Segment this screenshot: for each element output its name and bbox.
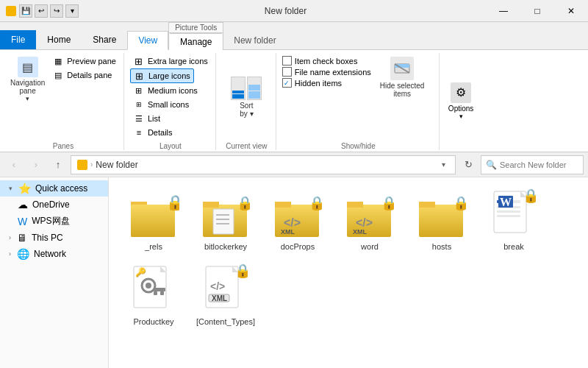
tab-share[interactable]: Share: [82, 30, 127, 49]
show-hide-content: Item check boxes File name extensions ✓ …: [282, 53, 434, 141]
address-chevron: ›: [90, 160, 93, 169]
more-btn[interactable]: ▾: [65, 4, 79, 18]
save-btn[interactable]: 💾: [19, 4, 32, 18]
hidden-items-row[interactable]: ✓ Hidden items: [282, 78, 371, 88]
file-item-bitlockerkey[interactable]: 🔒 bitlockerkey: [193, 185, 259, 254]
svg-text:</>: </>: [356, 216, 373, 229]
file-item-docprops[interactable]: </> XML 🔒 docProps: [265, 185, 331, 254]
preview-pane-button[interactable]: ▦ Preview pane: [49, 54, 119, 68]
sidebar-item-onedrive[interactable]: ☁ OneDrive: [0, 197, 108, 213]
svg-rect-15: [275, 202, 291, 208]
sidebar: ▾ ⭐ Quick access ☁ OneDrive W WPS网盘 › 🖥 …: [0, 177, 109, 368]
svg-text:XML: XML: [353, 228, 368, 236]
path-folder-icon: [77, 160, 87, 170]
address-dropdown-icon[interactable]: ▾: [437, 159, 449, 171]
file-item-rels[interactable]: 🔒 _rels: [121, 185, 187, 254]
tab-file[interactable]: File: [0, 30, 36, 49]
small-icons-icon: ⊞: [133, 99, 145, 110]
minimize-button[interactable]: —: [487, 0, 520, 21]
details-icon: ≡: [133, 127, 145, 138]
sidebar-item-network[interactable]: › 🌐 Network: [0, 246, 108, 262]
redo-btn[interactable]: ↪: [50, 4, 63, 18]
item-check-boxes-checkbox[interactable]: [282, 56, 292, 66]
file-item-break[interactable]: W 🔒 break: [481, 185, 547, 254]
svg-text:🔒: 🔒: [237, 195, 251, 211]
svg-text:🔒: 🔒: [309, 195, 323, 211]
hidden-items-label: Hidden items: [295, 79, 342, 88]
search-box[interactable]: 🔍: [481, 155, 584, 174]
item-check-boxes-row[interactable]: Item check boxes: [282, 56, 371, 66]
productkey-icon: 🔑: [127, 263, 180, 316]
medium-icons-label: Medium icons: [148, 86, 198, 95]
tab-manage[interactable]: Manage: [170, 33, 222, 50]
address-box[interactable]: › New folder ▾: [71, 155, 456, 174]
sidebar-item-this-pc[interactable]: › 🖥 This PC: [0, 230, 108, 246]
quick-access-label: Quick access: [35, 183, 87, 194]
word-icon: </> XML 🔒: [343, 188, 396, 241]
file-item-productkey[interactable]: 🔑 Productkey: [121, 260, 187, 329]
undo-btn[interactable]: ↩: [35, 4, 48, 18]
svg-text:🔒: 🔒: [523, 188, 539, 204]
file-name-extensions-row[interactable]: File name extensions: [282, 67, 371, 77]
file-item-content-types[interactable]: </> XML 🔒 [Content_Types]: [193, 260, 259, 329]
sort-by-button[interactable]: Sort by ▾: [228, 74, 265, 120]
layout-medium-icons[interactable]: ⊞ Medium icons: [130, 84, 201, 97]
network-label: Network: [34, 249, 66, 259]
sidebar-item-quick-access[interactable]: ▾ ⭐ Quick access: [0, 180, 108, 197]
refresh-button[interactable]: ↻: [459, 155, 478, 174]
close-button[interactable]: ✕: [554, 0, 588, 21]
layout-extra-large[interactable]: ⊞ Extra large icons: [130, 54, 211, 68]
ribbon-group-show-hide: Item check boxes File name extensions ✓ …: [278, 53, 440, 150]
manage-tab-group: Picture Tools Manage: [168, 22, 223, 50]
hide-selected-button[interactable]: Hide selected items: [377, 54, 428, 100]
file-item-hosts[interactable]: 🔒 hosts: [409, 185, 475, 254]
maximize-button[interactable]: □: [520, 0, 554, 21]
docprops-name: docProps: [281, 242, 315, 251]
options-content: ⚙ Options ▾: [445, 53, 476, 149]
search-input[interactable]: [500, 160, 578, 169]
details-pane-button[interactable]: ▤ Details pane: [49, 68, 119, 82]
layout-large-icons[interactable]: ⊞ Large icons: [130, 68, 194, 83]
search-icon: 🔍: [486, 160, 497, 170]
tab-home[interactable]: Home: [36, 30, 82, 49]
sidebar-item-wps[interactable]: W WPS网盘: [0, 213, 108, 230]
options-dropdown-icon: ▾: [459, 113, 463, 120]
break-name: break: [503, 242, 524, 251]
this-pc-label: This PC: [32, 233, 63, 243]
sort-icon-left: [231, 77, 245, 100]
show-hide-checkboxes: Item check boxes File name extensions ✓ …: [282, 54, 371, 89]
list-icon: ☰: [133, 113, 145, 124]
ribbon-group-panes: ▤ Navigation pane ▾ ▦ Preview pane ▤ Det…: [3, 53, 124, 150]
break-file-svg: W 🔒: [488, 188, 539, 240]
quick-access-icon: ⭐: [18, 183, 31, 194]
up-button[interactable]: ↑: [49, 155, 68, 174]
layout-details[interactable]: ≡ Details: [130, 126, 176, 139]
tab-view[interactable]: View: [127, 31, 168, 50]
file-item-word[interactable]: </> XML 🔒 word: [337, 185, 403, 254]
back-button[interactable]: ‹: [4, 155, 24, 174]
file-name-extensions-label: File name extensions: [295, 68, 371, 77]
wps-icon: W: [18, 216, 27, 227]
nav-pane-button[interactable]: ▤ Navigation pane ▾: [7, 54, 48, 105]
sort-bar-4: [248, 91, 260, 99]
file-name-extensions-checkbox[interactable]: [282, 67, 292, 77]
layout-list[interactable]: ☰ List: [130, 112, 163, 125]
options-button[interactable]: ⚙ Options ▾: [445, 79, 476, 123]
forward-button[interactable]: ›: [26, 155, 46, 174]
bitlockerkey-icon: 🔒: [199, 188, 252, 241]
app-icon: [6, 6, 16, 16]
onedrive-icon: ☁: [18, 199, 28, 210]
hosts-name: hosts: [432, 242, 451, 251]
ribbon-group-options: ⚙ Options ▾: [441, 53, 481, 150]
svg-rect-25: [419, 202, 435, 208]
details-pane-icon: ▤: [52, 69, 64, 81]
pane-small-btns: ▦ Preview pane ▤ Details pane: [49, 54, 119, 82]
tab-new-folder[interactable]: New folder: [223, 32, 286, 49]
productkey-name: Productkey: [133, 317, 173, 326]
item-check-boxes-label: Item check boxes: [295, 57, 358, 66]
details-pane-label: Details pane: [67, 71, 112, 79]
svg-text:XML: XML: [212, 294, 227, 302]
layout-small-icons[interactable]: ⊞ Small icons: [130, 98, 192, 111]
svg-rect-32: [497, 210, 520, 213]
hidden-items-checkbox[interactable]: ✓: [282, 78, 292, 88]
